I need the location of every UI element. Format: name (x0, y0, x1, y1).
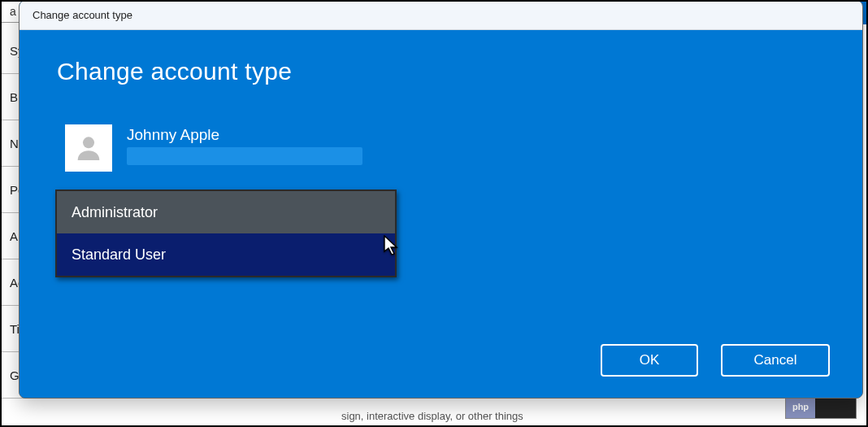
option-label: Standard User (72, 246, 166, 264)
user-email-redacted (127, 147, 362, 165)
dialog-button-row: OK Cancel (601, 344, 830, 377)
ok-button[interactable]: OK (601, 344, 698, 377)
svg-point-2 (83, 137, 94, 148)
account-type-option-administrator[interactable]: Administrator (57, 191, 395, 233)
dialog-title-text: Change account type (33, 9, 132, 21)
change-account-type-dialog: Change account type Change account type … (19, 0, 863, 399)
cancel-button[interactable]: Cancel (721, 344, 830, 377)
user-info-block: Johnny Apple (65, 124, 362, 172)
user-text: Johnny Apple (127, 124, 362, 165)
option-label: Administrator (72, 204, 158, 221)
dialog-body: Change account type Johnny Apple Adminis… (20, 30, 862, 398)
account-type-option-standard-user[interactable]: Standard User (57, 233, 395, 276)
user-display-name: Johnny Apple (127, 126, 362, 144)
avatar (65, 124, 112, 172)
background-footer-text: sign, interactive display, or other thin… (341, 410, 523, 422)
account-type-dropdown[interactable]: Administrator Standard User (55, 190, 397, 277)
dialog-titlebar: Change account type (20, 1, 862, 30)
person-icon (72, 132, 105, 164)
dialog-heading: Change account type (57, 58, 292, 85)
